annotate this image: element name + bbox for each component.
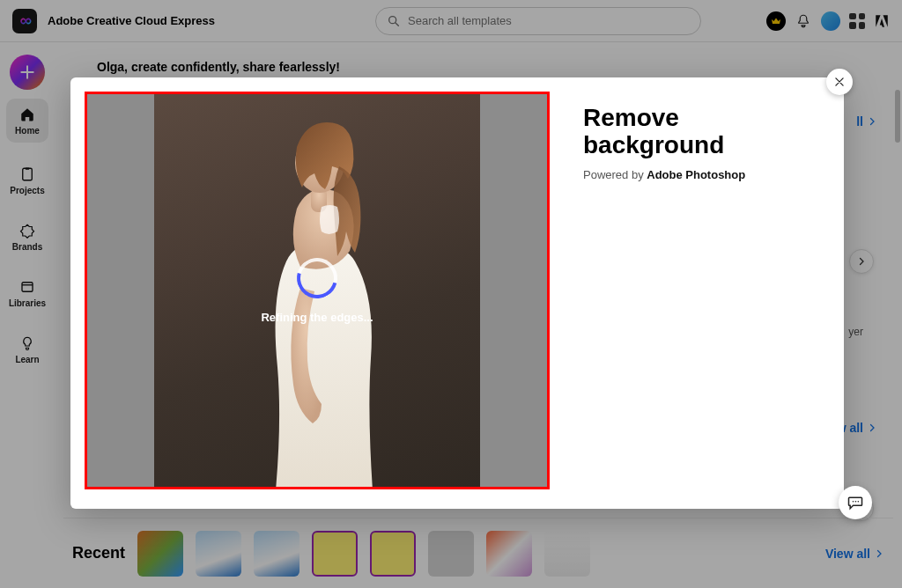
help-button[interactable] <box>839 486 872 519</box>
svg-point-8 <box>855 501 857 503</box>
svg-point-9 <box>858 501 860 503</box>
remove-background-modal: Refining the edges... Removebackground P… <box>70 77 844 509</box>
loading-spinner-icon <box>290 250 345 305</box>
loading-status-text: Refining the edges... <box>261 311 373 324</box>
image-frame: Refining the edges... <box>85 92 550 489</box>
modal-title: Removebackground <box>583 104 824 159</box>
modal-subtitle: Powered by Adobe Photoshop <box>583 168 824 181</box>
modal-image-panel: Refining the edges... <box>70 77 564 509</box>
svg-point-7 <box>853 501 854 503</box>
uploaded-image: Refining the edges... <box>154 94 480 487</box>
close-button[interactable] <box>826 69 853 95</box>
loading-overlay: Refining the edges... <box>154 94 480 487</box>
close-icon <box>833 76 846 88</box>
chat-icon <box>847 494 864 511</box>
modal-info-panel: Removebackground Powered by Adobe Photos… <box>564 77 844 509</box>
